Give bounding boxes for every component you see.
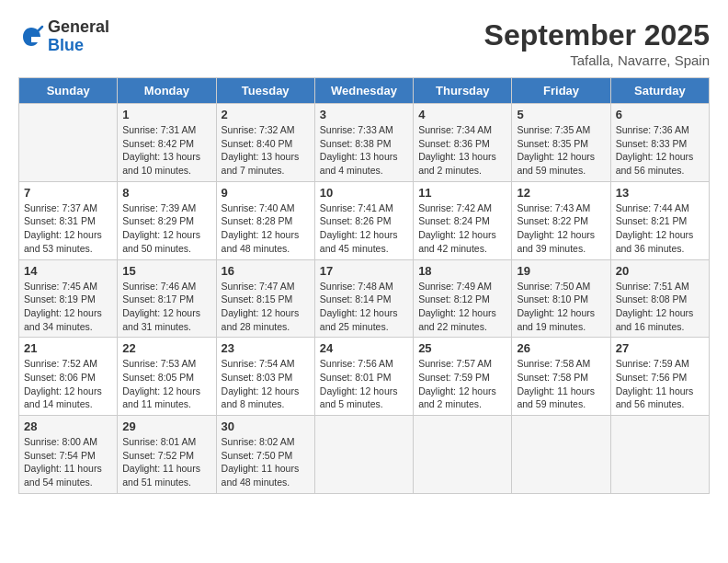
calendar-week-row: 1Sunrise: 7:31 AM Sunset: 8:42 PM Daylig… [19,104,710,182]
weekday-header-friday: Friday [512,78,610,104]
cell-info: Sunrise: 7:41 AM Sunset: 8:26 PM Dayligh… [320,201,408,256]
calendar-cell: 22Sunrise: 7:53 AM Sunset: 8:05 PM Dayli… [118,338,216,416]
calendar-cell: 15Sunrise: 7:46 AM Sunset: 8:17 PM Dayli… [118,259,216,338]
calendar-cell: 29Sunrise: 8:01 AM Sunset: 7:52 PM Dayli… [118,416,216,494]
calendar-cell: 25Sunrise: 7:57 AM Sunset: 7:59 PM Dayli… [414,338,512,416]
day-number: 15 [122,264,210,278]
cell-info: Sunrise: 7:42 AM Sunset: 8:24 PM Dayligh… [418,201,506,256]
calendar-cell: 7Sunrise: 7:37 AM Sunset: 8:31 PM Daylig… [19,181,118,259]
cell-info: Sunrise: 7:49 AM Sunset: 8:12 PM Dayligh… [418,280,506,334]
calendar-cell: 11Sunrise: 7:42 AM Sunset: 8:24 PM Dayli… [414,181,512,259]
cell-info: Sunrise: 7:36 AM Sunset: 8:33 PM Dayligh… [616,123,704,178]
cell-info: Sunrise: 7:50 AM Sunset: 8:10 PM Dayligh… [517,280,605,334]
day-number: 13 [616,186,704,200]
cell-info: Sunrise: 7:51 AM Sunset: 8:08 PM Dayligh… [616,280,704,334]
day-number: 14 [24,264,112,278]
title-block: September 2025 Tafalla, Navarre, Spain [484,18,710,68]
calendar-cell: 14Sunrise: 7:45 AM Sunset: 8:19 PM Dayli… [19,259,118,338]
logo: General Blue [18,18,109,55]
cell-info: Sunrise: 7:48 AM Sunset: 8:14 PM Dayligh… [320,280,408,334]
calendar-cell [512,416,610,494]
calendar-cell: 30Sunrise: 8:02 AM Sunset: 7:50 PM Dayli… [216,416,314,494]
calendar-week-row: 28Sunrise: 8:00 AM Sunset: 7:54 PM Dayli… [19,416,710,494]
calendar-cell: 23Sunrise: 7:54 AM Sunset: 8:03 PM Dayli… [216,338,314,416]
day-number: 21 [24,341,112,355]
cell-info: Sunrise: 7:45 AM Sunset: 8:19 PM Dayligh… [24,280,112,334]
cell-info: Sunrise: 7:34 AM Sunset: 8:36 PM Dayligh… [418,123,506,178]
cell-info: Sunrise: 8:02 AM Sunset: 7:50 PM Dayligh… [222,435,310,489]
calendar-cell [19,104,118,182]
day-number: 20 [616,264,704,278]
cell-info: Sunrise: 7:58 AM Sunset: 7:58 PM Dayligh… [517,357,605,411]
logo-text: General Blue [48,18,109,55]
cell-info: Sunrise: 7:54 AM Sunset: 8:03 PM Dayligh… [222,357,310,411]
day-number: 11 [418,186,506,200]
calendar-cell: 12Sunrise: 7:43 AM Sunset: 8:22 PM Dayli… [512,181,610,259]
calendar-cell: 28Sunrise: 8:00 AM Sunset: 7:54 PM Dayli… [19,416,118,494]
calendar-cell: 26Sunrise: 7:58 AM Sunset: 7:58 PM Dayli… [512,338,610,416]
day-number: 17 [320,264,408,278]
day-number: 25 [418,341,506,355]
day-number: 12 [517,186,605,200]
calendar-cell: 5Sunrise: 7:35 AM Sunset: 8:35 PM Daylig… [512,104,610,182]
weekday-header-monday: Monday [118,78,216,104]
location: Tafalla, Navarre, Spain [484,52,710,68]
day-number: 16 [222,264,310,278]
calendar-cell: 1Sunrise: 7:31 AM Sunset: 8:42 PM Daylig… [118,104,216,182]
day-number: 26 [517,341,605,355]
calendar-table: SundayMondayTuesdayWednesdayThursdayFrid… [18,77,710,494]
day-number: 27 [616,341,704,355]
cell-info: Sunrise: 7:40 AM Sunset: 8:28 PM Dayligh… [222,201,310,256]
calendar-week-row: 21Sunrise: 7:52 AM Sunset: 8:06 PM Dayli… [19,338,710,416]
calendar-cell: 19Sunrise: 7:50 AM Sunset: 8:10 PM Dayli… [512,259,610,338]
day-number: 1 [122,108,210,121]
cell-info: Sunrise: 7:53 AM Sunset: 8:05 PM Dayligh… [122,357,210,411]
calendar-cell: 18Sunrise: 7:49 AM Sunset: 8:12 PM Dayli… [414,259,512,338]
calendar-cell: 24Sunrise: 7:56 AM Sunset: 8:01 PM Dayli… [314,338,413,416]
day-number: 2 [222,108,310,121]
logo-blue: Blue [48,37,109,55]
calendar-cell: 20Sunrise: 7:51 AM Sunset: 8:08 PM Dayli… [610,259,709,338]
cell-info: Sunrise: 7:32 AM Sunset: 8:40 PM Dayligh… [222,123,310,178]
cell-info: Sunrise: 7:33 AM Sunset: 8:38 PM Dayligh… [320,123,408,178]
logo-icon [18,24,44,50]
calendar-cell: 13Sunrise: 7:44 AM Sunset: 8:21 PM Dayli… [610,181,709,259]
day-number: 28 [24,419,112,433]
calendar-week-row: 14Sunrise: 7:45 AM Sunset: 8:19 PM Dayli… [19,259,710,338]
calendar-week-row: 7Sunrise: 7:37 AM Sunset: 8:31 PM Daylig… [19,181,710,259]
page-header: General Blue September 2025 Tafalla, Nav… [18,18,710,68]
cell-info: Sunrise: 7:39 AM Sunset: 8:29 PM Dayligh… [122,201,210,256]
day-number: 8 [122,186,210,200]
calendar-cell: 8Sunrise: 7:39 AM Sunset: 8:29 PM Daylig… [118,181,216,259]
day-number: 24 [320,341,408,355]
calendar-cell [414,416,512,494]
weekday-header-thursday: Thursday [414,78,512,104]
cell-info: Sunrise: 8:01 AM Sunset: 7:52 PM Dayligh… [122,435,210,489]
calendar-cell: 4Sunrise: 7:34 AM Sunset: 8:36 PM Daylig… [414,104,512,182]
day-number: 23 [222,341,310,355]
cell-info: Sunrise: 8:00 AM Sunset: 7:54 PM Dayligh… [24,435,112,489]
calendar-cell [314,416,413,494]
cell-info: Sunrise: 7:57 AM Sunset: 7:59 PM Dayligh… [418,357,506,411]
day-number: 3 [320,108,408,121]
cell-info: Sunrise: 7:35 AM Sunset: 8:35 PM Dayligh… [517,123,605,178]
calendar-cell: 17Sunrise: 7:48 AM Sunset: 8:14 PM Dayli… [314,259,413,338]
cell-info: Sunrise: 7:56 AM Sunset: 8:01 PM Dayligh… [320,357,408,411]
weekday-header-sunday: Sunday [19,78,118,104]
day-number: 9 [222,186,310,200]
calendar-cell: 16Sunrise: 7:47 AM Sunset: 8:15 PM Dayli… [216,259,314,338]
cell-info: Sunrise: 7:47 AM Sunset: 8:15 PM Dayligh… [222,280,310,334]
cell-info: Sunrise: 7:31 AM Sunset: 8:42 PM Dayligh… [122,123,210,178]
cell-info: Sunrise: 7:52 AM Sunset: 8:06 PM Dayligh… [24,357,112,411]
cell-info: Sunrise: 7:43 AM Sunset: 8:22 PM Dayligh… [517,201,605,256]
day-number: 4 [418,108,506,121]
calendar-cell: 2Sunrise: 7:32 AM Sunset: 8:40 PM Daylig… [216,104,314,182]
cell-info: Sunrise: 7:37 AM Sunset: 8:31 PM Dayligh… [24,201,112,256]
day-number: 6 [616,108,704,121]
day-number: 30 [222,419,310,433]
day-number: 29 [122,419,210,433]
day-number: 19 [517,264,605,278]
day-number: 18 [418,264,506,278]
weekday-header-row: SundayMondayTuesdayWednesdayThursdayFrid… [19,78,710,104]
cell-info: Sunrise: 7:44 AM Sunset: 8:21 PM Dayligh… [616,201,704,256]
